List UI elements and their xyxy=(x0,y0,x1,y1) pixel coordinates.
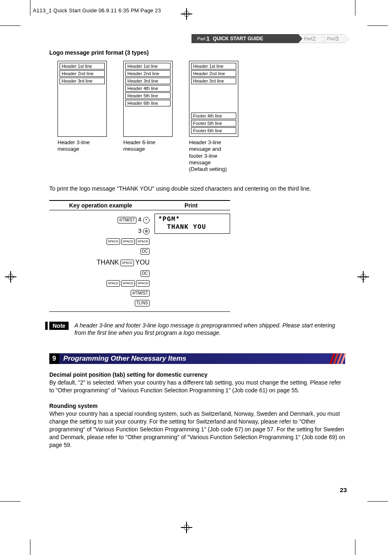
part-tabs: Part1 QUICK START GUIDE Part2 Part3 xyxy=(191,34,344,43)
receipt-line: Header 2nd line xyxy=(191,70,236,77)
key-multiply: ⊗ xyxy=(143,228,150,235)
key-space: SPACE xyxy=(106,280,120,287)
tab-part3-num: 3 xyxy=(335,35,339,42)
receipt-caption-3: Header 3-line message and footer 3-line … xyxy=(189,139,227,173)
key-dc: DC xyxy=(141,270,150,277)
key-space: SPACE xyxy=(136,280,150,287)
key-operation-table: Key operation example Print #/TM/ST 4 • … xyxy=(49,200,230,311)
print-line1: *PGM* xyxy=(158,216,180,223)
receipt-line: Header 3rd line xyxy=(191,78,236,84)
section-9: 9 Programming Other Necessary Items Deci… xyxy=(49,353,345,449)
receipt-line: Header 1st line xyxy=(60,63,105,69)
running-header: A113_1 Quick Start Guide 06.9.11 6:35 PM… xyxy=(33,7,161,14)
receipt-line: Header 2nd line xyxy=(60,70,105,77)
note-label: Note xyxy=(49,322,69,330)
key-decimal: • xyxy=(143,217,150,223)
register-mark-bottom xyxy=(181,522,192,533)
tab-part1-title: QUICK START GUIDE xyxy=(213,36,263,41)
section-stripes-icon xyxy=(321,353,345,364)
logo-format-heading: Logo message print format (3 types) xyxy=(49,49,345,56)
decimal-heading: Decimal point position (tab) setting for… xyxy=(49,371,345,378)
note-text: A header 3-line and footer 3-line logo m… xyxy=(74,322,345,337)
key-dc: DC xyxy=(141,248,150,255)
tab-part2-num: 2 xyxy=(312,35,316,42)
receipt-line: Header 1st line xyxy=(125,63,171,69)
tab-part1-num: 1 xyxy=(206,35,210,42)
page-number: 23 xyxy=(340,486,347,493)
receipt-line: Header 3rd line xyxy=(125,78,171,84)
tab-part1: Part1 QUICK START GUIDE xyxy=(191,34,298,43)
rounding-paragraph: When your country has a special rounding… xyxy=(49,410,345,449)
key-space: SPACE xyxy=(106,238,120,245)
receipt-line: Footer 5th line xyxy=(191,120,236,127)
kop-header-right: Print xyxy=(152,201,230,210)
register-mark-left xyxy=(5,271,16,283)
logo-intro-paragraph: To print the logo message "THANK YOU" us… xyxy=(49,185,345,193)
tab-part1-prefix: Part xyxy=(197,36,205,41)
text-you: YOU xyxy=(135,259,150,266)
receipt-sample-3: Header 1st line Header 2nd line Header 3… xyxy=(189,61,238,137)
tab-part2-prefix: Part xyxy=(304,36,312,41)
receipt-line: Header 2nd line xyxy=(125,70,171,77)
key-tmst: #/TM/ST xyxy=(118,217,136,223)
key-space: SPACE xyxy=(121,238,135,245)
receipt-caption-1: Header 3-line message xyxy=(58,139,90,153)
receipt-line: Header 6th line xyxy=(125,100,171,106)
key-space: SPACE xyxy=(136,238,150,245)
register-mark-top xyxy=(181,8,192,20)
kop-header-left: Key operation example xyxy=(49,201,152,210)
key-space: SPACE xyxy=(121,280,135,287)
receipt-caption-2: Header 6-line message xyxy=(123,139,155,153)
key-space: SPACE xyxy=(120,260,134,266)
key-sequence: #/TM/ST 4 • 3 ⊗ SPACE SPACE SPACE DC xyxy=(49,214,152,308)
receipt-line: Header 5th line xyxy=(125,92,171,99)
register-mark-right xyxy=(357,271,369,283)
key-tlns: TL/NS xyxy=(135,300,150,306)
text-thank: THANK xyxy=(97,259,119,266)
tab-part3-prefix: Part xyxy=(327,36,335,41)
receipt-line: Header 1st line xyxy=(191,63,236,69)
receipt-line: Header 4th line xyxy=(125,85,171,92)
section-9-title: Programming Other Necessary Items xyxy=(59,353,345,364)
receipt-line: Footer 4th line xyxy=(191,113,236,119)
key-tmst: #/TM/ST xyxy=(131,290,150,297)
print-output: *PGM* THANK YOU xyxy=(154,214,230,233)
key-3: 3 xyxy=(138,227,141,234)
receipt-diagrams: Header 1st line Header 2nd line Header 3… xyxy=(58,61,345,173)
receipt-line: Header 3rd line xyxy=(60,78,105,84)
receipt-sample-1: Header 1st line Header 2nd line Header 3… xyxy=(58,61,107,137)
decimal-paragraph: By default, "2" is selected. When your c… xyxy=(49,379,345,394)
note-block: Note A header 3-line and footer 3-line l… xyxy=(49,322,345,337)
receipt-sample-2: Header 1st line Header 2nd line Header 3… xyxy=(123,61,173,137)
key-4: 4 xyxy=(138,216,141,223)
rounding-heading: Rounding system xyxy=(49,403,345,409)
receipt-line: Footer 6th line xyxy=(191,127,236,134)
section-9-number: 9 xyxy=(49,353,59,364)
section-9-header: 9 Programming Other Necessary Items xyxy=(49,353,345,364)
print-line2: THANK YOU xyxy=(158,223,206,231)
